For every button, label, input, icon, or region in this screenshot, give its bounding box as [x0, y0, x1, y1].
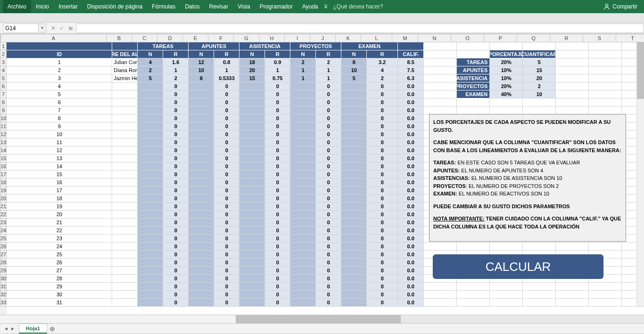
row-header-33[interactable]: 33 — [0, 299, 7, 307]
cell-id-25[interactable]: 25 — [7, 251, 112, 259]
cell-calif-25[interactable]: 0.0 — [398, 251, 424, 259]
header-calif[interactable]: CALIF. — [398, 50, 424, 58]
header-id[interactable]: ID — [7, 50, 112, 58]
cell-id-29[interactable]: 29 — [7, 283, 112, 291]
cell-calif-24[interactable]: 0.0 — [398, 243, 424, 251]
row-header-20[interactable]: 20 — [0, 195, 7, 203]
cell-name-1[interactable]: Julian Cortez Lima — [112, 58, 138, 66]
cell-id-16[interactable]: 16 — [7, 179, 112, 187]
cell-calif-10[interactable]: 0.0 — [398, 130, 424, 138]
cell-calif-16[interactable]: 0.0 — [398, 179, 424, 187]
col-header-H[interactable]: H — [259, 34, 285, 42]
cell-id-28[interactable]: 28 — [7, 275, 112, 283]
cell-name-18[interactable] — [112, 195, 138, 203]
side-label-1[interactable]: APUNTES — [457, 66, 490, 74]
cell-id-27[interactable]: 27 — [7, 267, 112, 275]
cell-calif-4[interactable]: 0.0 — [398, 82, 424, 90]
cell-calif-21[interactable]: 0.0 — [398, 219, 424, 227]
cell-calif-7[interactable]: 0.0 — [398, 106, 424, 114]
ribbon-tab-datos[interactable]: Datos — [180, 0, 204, 13]
horizontal-scrollbar[interactable] — [0, 315, 644, 323]
row-header-31[interactable]: 31 — [0, 283, 7, 291]
col-header-D[interactable]: D — [157, 34, 183, 42]
cell-name-5[interactable] — [112, 90, 138, 98]
col-header-F[interactable]: F — [208, 34, 234, 42]
col-header-Q[interactable]: Q — [517, 34, 550, 42]
row-header-27[interactable]: 27 — [0, 251, 7, 259]
cell-name-12[interactable] — [112, 147, 138, 155]
cell-calif-28[interactable]: 0.0 — [398, 275, 424, 283]
cell-id-11[interactable]: 11 — [7, 138, 112, 147]
cell-calif-29[interactable]: 0.0 — [398, 283, 424, 291]
cell-id-30[interactable]: 30 — [7, 291, 112, 299]
cell-name-26[interactable] — [112, 259, 138, 267]
ribbon-tab-revisar[interactable]: Revisar — [205, 0, 233, 13]
cell-name-31[interactable] — [112, 299, 138, 307]
cell-calif-20[interactable]: 0.0 — [398, 211, 424, 219]
cell-name-7[interactable] — [112, 106, 138, 114]
ribbon-tab-insertar[interactable]: Insertar — [54, 0, 83, 13]
cell-name-14[interactable] — [112, 163, 138, 171]
ribbon-tab-programador[interactable]: Programador — [255, 0, 297, 13]
cell-name-24[interactable] — [112, 243, 138, 251]
col-header-C[interactable]: C — [132, 34, 157, 42]
side-pct-1[interactable]: 10% — [490, 66, 523, 74]
ribbon-tab-inicio[interactable]: Inicio — [31, 0, 54, 13]
cell-name-11[interactable] — [112, 138, 138, 147]
col-header-I[interactable]: I — [285, 34, 310, 42]
cell-id-12[interactable]: 12 — [7, 147, 112, 155]
cell-calif-22[interactable]: 0.0 — [398, 227, 424, 235]
cell-name-25[interactable] — [112, 251, 138, 259]
formula-input[interactable] — [76, 24, 644, 33]
side-qty-4[interactable]: 10 — [523, 90, 556, 98]
cell-name-30[interactable] — [112, 291, 138, 299]
cell-calif-27[interactable]: 0.0 — [398, 267, 424, 275]
ribbon-tab-archivo[interactable]: Archivo — [3, 0, 31, 13]
row-header-12[interactable]: 12 — [0, 130, 7, 138]
cell-id-8[interactable]: 8 — [7, 114, 112, 122]
col-header-T[interactable]: T — [616, 34, 644, 42]
cell-calif-26[interactable]: 0.0 — [398, 259, 424, 267]
tell-me-search[interactable]: ¿Qué desea hacer? — [329, 0, 388, 13]
cell-id-15[interactable]: 15 — [7, 171, 112, 179]
ribbon-tab-disposición-de-página[interactable]: Disposición de página — [83, 0, 147, 13]
cell-name-27[interactable] — [112, 267, 138, 275]
col-header-R[interactable]: R — [550, 34, 583, 42]
row-header-22[interactable]: 22 — [0, 211, 7, 219]
cell-name-13[interactable] — [112, 155, 138, 163]
row-header-8[interactable]: 8 — [0, 98, 7, 106]
cell-name-28[interactable] — [112, 275, 138, 283]
cell-calif-9[interactable]: 0.0 — [398, 122, 424, 130]
side-qty-0[interactable]: 5 — [523, 58, 556, 66]
side-pct-2[interactable]: 10% — [490, 74, 523, 82]
cell-name-8[interactable] — [112, 114, 138, 122]
cell-name-6[interactable] — [112, 98, 138, 106]
header-tareas[interactable]: TAREAS — [138, 42, 189, 50]
col-header-G[interactable]: G — [234, 34, 259, 42]
calcular-button[interactable]: CALCULAR — [433, 254, 603, 279]
cell-calif-14[interactable]: 0.0 — [398, 163, 424, 171]
name-box-dropdown[interactable]: ▼ — [39, 24, 46, 33]
cell-id-14[interactable]: 14 — [7, 163, 112, 171]
row-header-2[interactable]: 2 — [0, 50, 7, 58]
cell-name-3[interactable]: Jazmin Herrera Marquez — [112, 74, 138, 82]
cell-id-13[interactable]: 13 — [7, 155, 112, 163]
cell-id-22[interactable]: 22 — [7, 227, 112, 235]
cell-name-29[interactable] — [112, 283, 138, 291]
cell-calif-12[interactable]: 0.0 — [398, 147, 424, 155]
row-header-30[interactable]: 30 — [0, 275, 7, 283]
cell-id-23[interactable]: 23 — [7, 235, 112, 243]
sheet-nav[interactable]: ◄► — [0, 326, 19, 331]
row-header-21[interactable]: 21 — [0, 203, 7, 211]
header-asistencia[interactable]: ASISTENCIA — [239, 42, 290, 50]
col-header-A[interactable]: A — [1, 34, 107, 42]
cell-calif-18[interactable]: 0.0 — [398, 195, 424, 203]
row-header-15[interactable]: 15 — [0, 155, 7, 163]
row-header-10[interactable]: 10 — [0, 114, 7, 122]
cell-name-23[interactable] — [112, 235, 138, 243]
side-pct-4[interactable]: 40% — [490, 90, 523, 98]
row-header-4[interactable]: 4 — [0, 66, 7, 74]
row-header-29[interactable]: 29 — [0, 267, 7, 275]
row-header-25[interactable]: 25 — [0, 235, 7, 243]
enter-icon[interactable]: ✓ — [59, 25, 64, 32]
